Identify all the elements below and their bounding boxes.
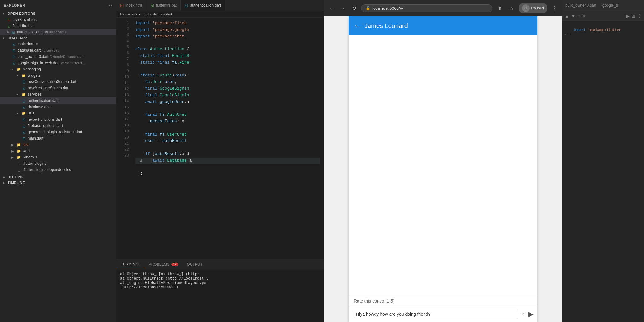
fr-tab-google[interactable]: google_s xyxy=(599,0,621,11)
message-input[interactable] xyxy=(353,309,518,319)
rating-bar: Rate this convo (1-5) xyxy=(349,296,537,306)
close-tab-icon[interactable]: ✕ xyxy=(6,30,9,34)
terminal-content[interactable]: at Object.throw_ [as throw_] (http: at O… xyxy=(116,269,324,322)
folder-windows[interactable]: ▶ 📁 windows xyxy=(0,154,116,160)
folder-chevron: ▾ xyxy=(16,93,21,96)
folder-messaging[interactable]: ▾ 📁 messaging xyxy=(0,66,116,72)
terminal-tab[interactable]: TERMINAL xyxy=(116,259,144,269)
scroll-up-btn[interactable]: ▲ xyxy=(565,14,569,19)
far-right-panel: build_owner.0.dart google_s ▲ ▼ ≡ ✕ ▶ ⊞ … xyxy=(562,0,644,322)
file-main-dart-lib[interactable]: ◱ main.dart xyxy=(0,135,116,142)
file-flutter-plugins[interactable]: ◱ .flutter-plugins xyxy=(0,160,116,167)
folder-services[interactable]: ▾ 📁 services xyxy=(0,91,116,97)
folder-icon: 📁 xyxy=(16,155,21,160)
chat-app-section: ▾ CHAT_APP ◱ main.dart lib ◱ database.da… xyxy=(0,35,116,173)
html-file-icon: ◱ xyxy=(6,17,11,22)
chat-input-area: Rate this convo (1-5) 0/1 ▶ xyxy=(349,296,537,322)
paused-indicator: J Paused xyxy=(519,3,547,13)
dart-icon: ◱ xyxy=(21,98,26,103)
file-google-sign-in[interactable]: ◱ google_sign_in_web.dart \torph\flutter… xyxy=(0,60,116,66)
browser-back-btn[interactable]: ← xyxy=(327,4,336,13)
send-button[interactable]: ▶ xyxy=(528,310,534,318)
close-panel-btn[interactable]: ✕ xyxy=(582,14,586,19)
tab-index-html[interactable]: ◱ index.html xyxy=(116,0,147,11)
file-database-dart-services[interactable]: ◱ database.dart xyxy=(0,104,116,110)
file-main-dart[interactable]: ◱ main.dart lib xyxy=(0,41,116,47)
folder-chevron: ▶ xyxy=(11,149,16,153)
timeline-header[interactable]: ▶ TIMELINE xyxy=(0,180,116,186)
problems-badge: 12 xyxy=(171,263,178,266)
explorer-more-btn[interactable]: ··· xyxy=(108,3,113,8)
browser-forward-btn[interactable]: → xyxy=(338,4,347,13)
breadcrumb-file[interactable]: authentication.dart xyxy=(144,12,172,16)
open-editors-header[interactable]: ▾ OPEN EDITORS xyxy=(0,11,116,16)
breadcrumb-lib[interactable]: lib xyxy=(120,12,124,16)
dart-tab-icon: ◱ xyxy=(185,3,188,8)
mobile-app: ← James Leonard Rate this convo (1-5) 0/… xyxy=(349,16,537,322)
code-area[interactable]: 1234567891011121314151617181920212223 im… xyxy=(116,18,324,259)
lock-icon: 🔒 xyxy=(366,6,370,10)
outline-header[interactable]: ▶ OUTLINE xyxy=(0,174,116,180)
dart-icon: ◱ xyxy=(11,48,16,53)
folder-chevron: ▶ xyxy=(11,143,16,147)
code-content[interactable]: import 'package:fireb import 'package:go… xyxy=(131,18,324,259)
file-new-conversation[interactable]: ◱ newConversationScreen.dart xyxy=(0,79,116,85)
chat-back-btn[interactable]: ← xyxy=(354,22,361,30)
folder-widgets[interactable]: ▾ 📁 widgets xyxy=(0,72,116,79)
tab-auth-dart[interactable]: ◱ authentication.dart xyxy=(181,0,225,11)
tab-flutterfire[interactable]: ◱ flutterfire.bat xyxy=(147,0,181,11)
far-right-tabs: build_owner.0.dart google_s xyxy=(562,0,644,11)
char-count: 0/1 xyxy=(520,312,526,316)
browser-refresh-btn[interactable]: ↻ xyxy=(350,4,358,13)
file-new-message[interactable]: ◱ newMessageScreen.dart xyxy=(0,85,116,91)
folder-icon: 📁 xyxy=(21,92,26,97)
browser-panel: ← → ↻ 🔒 localhost:5000/#/ ⬆ ☆ J Paused ⋮… xyxy=(324,0,562,322)
file-flutter-plugins-deps[interactable]: ◱ .flutter-plugins-dependencies xyxy=(0,167,116,173)
open-editor-auth-dart[interactable]: ✕ ◱ authentication.dart lib/services xyxy=(0,29,116,35)
open-editors-chevron: ▾ xyxy=(3,12,8,15)
folder-web[interactable]: ▶ 📁 web xyxy=(0,148,116,154)
split-view-btn[interactable]: ≡ xyxy=(577,14,580,19)
user-avatar: J xyxy=(522,4,530,12)
dart-file-icon: ◱ xyxy=(11,30,16,35)
file-build-owner[interactable]: ◱ build_owner.0.dart D:\torph\Documents\… xyxy=(0,53,116,60)
dart-icon: ◱ xyxy=(11,60,16,65)
open-editor-index-html[interactable]: ◱ index.html web xyxy=(0,16,116,23)
folder-icon: 📁 xyxy=(16,67,21,72)
folder-utils[interactable]: ▾ 📁 utils xyxy=(0,110,116,116)
breadcrumb: lib › services › authentication.dart xyxy=(116,11,324,18)
dart-icon: ◱ xyxy=(21,123,26,128)
bookmark-btn[interactable]: ☆ xyxy=(507,3,516,13)
browser-more-btn[interactable]: ⋮ xyxy=(550,3,559,13)
file-database-dart-lib[interactable]: ◱ database.dart lib/services xyxy=(0,47,116,53)
chat-app-header[interactable]: ▾ CHAT_APP xyxy=(0,35,116,41)
open-editor-flutterfire[interactable]: ◱ flutterfire.bat xyxy=(0,23,116,29)
address-bar[interactable]: 🔒 localhost:5000/#/ xyxy=(361,4,492,12)
dart-icon: ◱ xyxy=(11,54,16,59)
file-firebase-options[interactable]: ◱ firebase_options.dart xyxy=(0,123,116,129)
input-row: 0/1 ▶ xyxy=(349,306,537,322)
output-tab[interactable]: OUTPUT xyxy=(183,259,207,269)
fr-tab-build-owner[interactable]: build_owner.0.dart xyxy=(562,0,599,11)
problems-tab[interactable]: PROBLEMS 12 xyxy=(144,259,183,269)
file-generated-plugin[interactable]: ◱ generated_plugin_registrant.dart xyxy=(0,129,116,135)
run-btn[interactable]: ▶ xyxy=(626,14,630,19)
file-auth-dart-services[interactable]: ◱ authentication.dart xyxy=(0,97,116,104)
chat-messages[interactable] xyxy=(349,35,537,296)
folder-test[interactable]: ▶ 📁 test xyxy=(0,142,116,148)
dart-icon: ◱ xyxy=(21,117,26,122)
file-helper-functions[interactable]: ◱ helperFunctions.dart xyxy=(0,116,116,123)
scroll-down-btn[interactable]: ▼ xyxy=(571,14,575,19)
share-btn[interactable]: ⬆ xyxy=(495,3,504,13)
more-options-btn[interactable]: ⋮ xyxy=(637,14,641,19)
chat-app-chevron: ▾ xyxy=(3,36,8,40)
bat-file-icon: ◱ xyxy=(6,23,11,28)
layout-btn[interactable]: ⊞ xyxy=(631,14,635,19)
far-right-code[interactable]: import 'package:flutter ... xyxy=(562,21,644,322)
line-numbers: 1234567891011121314151617181920212223 xyxy=(116,18,131,259)
breadcrumb-services[interactable]: services xyxy=(127,12,140,16)
explorer-panel: EXPLORER ··· ▾ OPEN EDITORS ◱ index.html… xyxy=(0,0,116,322)
dart-icon: ◱ xyxy=(21,130,26,135)
folder-icon: 📁 xyxy=(21,111,26,116)
editor-tabs: ◱ index.html ◱ flutterfire.bat ◱ authent… xyxy=(116,0,324,11)
